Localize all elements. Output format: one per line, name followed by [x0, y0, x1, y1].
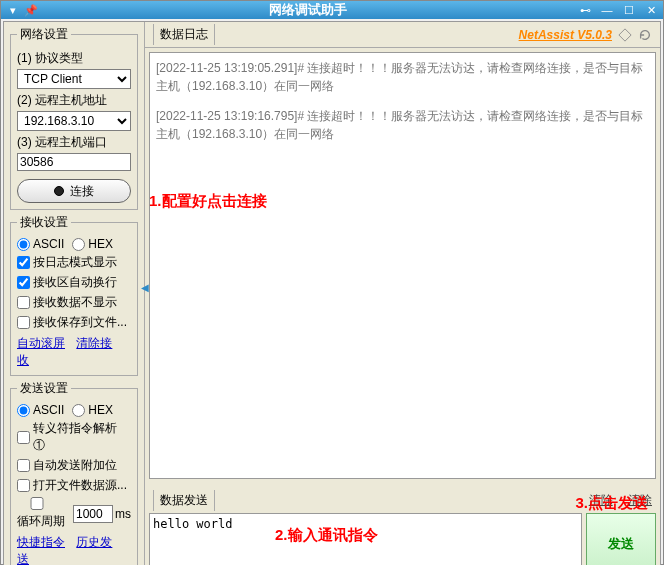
dock-icon[interactable]: ⊷: [577, 3, 593, 17]
log-entry: [2022-11-25 13:19:05.291]# 连接超时！！！服务器无法访…: [156, 59, 649, 95]
send-input[interactable]: [149, 513, 582, 565]
recv-settings-panel: 接收设置 ASCII HEX 按日志模式显示 接收区自动换行 接收数据不显示 接…: [10, 214, 138, 376]
network-legend: 网络设置: [17, 26, 71, 43]
log-area[interactable]: [2022-11-25 13:19:05.291]# 连接超时！！！服务器无法访…: [149, 52, 656, 479]
cycle-input[interactable]: [73, 505, 113, 523]
main-area: ◀ 数据日志 NetAssist V5.0.3 [2022-11-25 13:1…: [144, 22, 660, 565]
diamond-icon[interactable]: [618, 28, 632, 42]
recv-check-hidedata[interactable]: 接收数据不显示: [17, 294, 131, 311]
port-label: (3) 远程主机端口: [17, 134, 131, 151]
connect-button[interactable]: 连接: [17, 179, 131, 203]
send-legend: 发送设置: [17, 380, 71, 397]
send-settings-panel: 发送设置 ASCII HEX 转义符指令解析 ① 自动发送附加位 打开文件数据源…: [10, 380, 138, 565]
recv-radio-ascii[interactable]: ASCII: [17, 237, 64, 251]
send-check-cycle[interactable]: 循环周期: [17, 497, 71, 530]
minimize-button[interactable]: —: [599, 3, 615, 17]
titlebar: ▾ 📌 网络调试助手 ⊷ — ☐ ✕: [1, 1, 663, 19]
send-header-label: 数据发送: [153, 490, 215, 511]
send-clear-2[interactable]: 清除: [628, 493, 652, 507]
log-header: 数据日志 NetAssist V5.0.3: [145, 22, 660, 48]
send-link-quickcmd[interactable]: 快捷指令: [17, 535, 65, 549]
network-settings-panel: 网络设置 (1) 协议类型 TCP Client (2) 远程主机地址 192.…: [10, 26, 138, 210]
recv-radio-hex[interactable]: HEX: [72, 237, 113, 251]
recv-check-savefile[interactable]: 接收保存到文件...: [17, 314, 131, 331]
send-radio-hex[interactable]: HEX: [72, 403, 113, 417]
send-check-openfile[interactable]: 打开文件数据源...: [17, 477, 131, 494]
host-select[interactable]: 192.168.3.10: [17, 111, 131, 131]
log-entry: [2022-11-25 13:19:16.795]# 连接超时！！！服务器无法访…: [156, 107, 649, 143]
host-label: (2) 远程主机地址: [17, 92, 131, 109]
connect-label: 连接: [70, 183, 94, 200]
port-input[interactable]: [17, 153, 131, 171]
protocol-label: (1) 协议类型: [17, 50, 131, 67]
send-check-escape[interactable]: 转义符指令解析 ①: [17, 420, 131, 454]
recv-link-autoscroll[interactable]: 自动滚屏: [17, 336, 65, 350]
send-check-autoappend[interactable]: 自动发送附加位: [17, 457, 131, 474]
log-header-label: 数据日志: [153, 24, 215, 45]
send-radio-ascii[interactable]: ASCII: [17, 403, 64, 417]
send-section: 数据发送 清除 清除 发送: [145, 489, 660, 565]
maximize-button[interactable]: ☐: [621, 3, 637, 17]
protocol-select[interactable]: TCP Client: [17, 69, 131, 89]
connect-status-dot: [54, 186, 64, 196]
brand-label[interactable]: NetAssist V5.0.3: [519, 28, 612, 42]
send-button[interactable]: 发送: [586, 513, 656, 565]
pin-icon[interactable]: 📌: [23, 3, 39, 17]
send-clear-1[interactable]: 清除: [589, 493, 613, 507]
window-title: 网络调试助手: [39, 1, 577, 19]
recv-check-logmode[interactable]: 按日志模式显示: [17, 254, 131, 271]
close-button[interactable]: ✕: [643, 3, 659, 17]
recv-check-autowrap[interactable]: 接收区自动换行: [17, 274, 131, 291]
reload-icon[interactable]: [638, 28, 652, 42]
cycle-unit: ms: [115, 507, 131, 521]
sidebar: 网络设置 (1) 协议类型 TCP Client (2) 远程主机地址 192.…: [4, 22, 144, 565]
sys-menu-icon[interactable]: ▾: [5, 3, 21, 17]
recv-legend: 接收设置: [17, 214, 71, 231]
